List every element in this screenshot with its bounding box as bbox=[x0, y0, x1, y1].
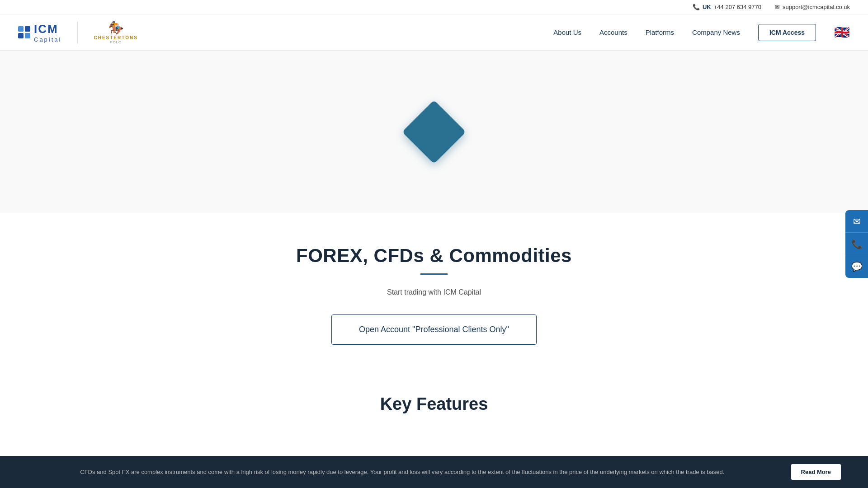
phone-icon: 📞 bbox=[693, 4, 700, 10]
sidebar-phone-icon: 📞 bbox=[851, 239, 863, 249]
nav-platforms[interactable]: Platforms bbox=[646, 26, 674, 38]
sidebar-phone-button[interactable]: 📞 bbox=[845, 233, 868, 255]
phone-label: UK bbox=[703, 4, 711, 10]
chestertons-logo[interactable]: 🏇 CHESTERTONS POLO bbox=[94, 20, 137, 44]
nav-company-news[interactable]: Company News bbox=[692, 26, 740, 38]
key-features-title: Key Features bbox=[380, 394, 488, 414]
logo-icm-text: ICM bbox=[34, 22, 61, 36]
logo-capital-text: Capital bbox=[34, 36, 61, 43]
polo-player-icon: 🏇 bbox=[108, 20, 124, 35]
section-subtitle: Start trading with ICM Capital bbox=[387, 288, 481, 296]
email-address: support@icmcapital.co.uk bbox=[783, 4, 850, 10]
sidebar-email-button[interactable]: ✉ bbox=[845, 210, 868, 233]
key-features-section: Key Features bbox=[0, 372, 868, 432]
icm-access-button[interactable]: ICM Access bbox=[758, 24, 816, 41]
sidebar-contact-icons: ✉ 📞 💬 bbox=[845, 210, 868, 278]
language-flag-icon[interactable]: 🇬🇧 bbox=[834, 25, 850, 40]
polo-text: POLO bbox=[110, 40, 122, 44]
logo-squares-icon bbox=[18, 26, 30, 38]
chestertons-text: CHESTERTONS bbox=[94, 35, 137, 40]
logo-sq-1 bbox=[18, 26, 24, 32]
sidebar-email-icon: ✉ bbox=[853, 216, 861, 227]
logo-sq-3 bbox=[18, 33, 24, 38]
nav-about-us[interactable]: About Us bbox=[553, 26, 581, 38]
logo-sq-2 bbox=[25, 26, 30, 32]
email-icon: ✉ bbox=[775, 4, 780, 10]
header: ICM Capital 🏇 CHESTERTONS POLO About Us … bbox=[0, 14, 868, 51]
phone-contact[interactable]: 📞 UK +44 207 634 9770 bbox=[693, 4, 761, 10]
sidebar-chat-icon: 💬 bbox=[851, 261, 863, 272]
main-nav: About Us Accounts Platforms Company News… bbox=[553, 24, 850, 41]
logo-text-group: ICM Capital bbox=[34, 22, 61, 43]
main-content-section: FOREX, CFDs & Commodities Start trading … bbox=[0, 213, 868, 372]
sidebar-chat-button[interactable]: 💬 bbox=[845, 255, 868, 278]
phone-number: +44 207 634 9770 bbox=[714, 4, 761, 10]
title-underline bbox=[420, 273, 448, 275]
diamond-decoration bbox=[402, 100, 466, 164]
open-account-button[interactable]: Open Account "Professional Clients Only" bbox=[331, 314, 537, 345]
logo-sq-4 bbox=[25, 33, 30, 38]
icm-capital-logo[interactable]: ICM Capital bbox=[18, 22, 61, 43]
read-more-button[interactable]: Read More bbox=[791, 464, 841, 480]
cookie-text: CFDs and Spot FX are complex instruments… bbox=[27, 468, 778, 477]
top-bar: 📞 UK +44 207 634 9770 ✉ support@icmcapit… bbox=[0, 0, 868, 14]
cookie-banner: CFDs and Spot FX are complex instruments… bbox=[0, 456, 868, 488]
logo-area: ICM Capital 🏇 CHESTERTONS POLO bbox=[18, 20, 138, 44]
logo-divider bbox=[77, 21, 78, 44]
email-contact[interactable]: ✉ support@icmcapital.co.uk bbox=[775, 4, 850, 10]
hero-section bbox=[0, 51, 868, 213]
nav-accounts[interactable]: Accounts bbox=[599, 26, 627, 38]
forex-title: FOREX, CFDs & Commodities bbox=[296, 245, 572, 267]
